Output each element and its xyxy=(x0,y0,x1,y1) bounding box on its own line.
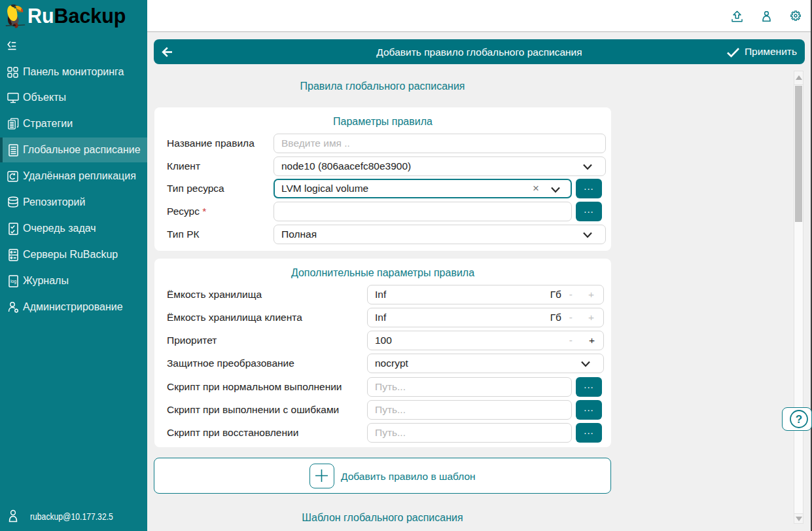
svg-text:?: ? xyxy=(796,413,802,426)
svg-text:log: log xyxy=(10,279,16,284)
